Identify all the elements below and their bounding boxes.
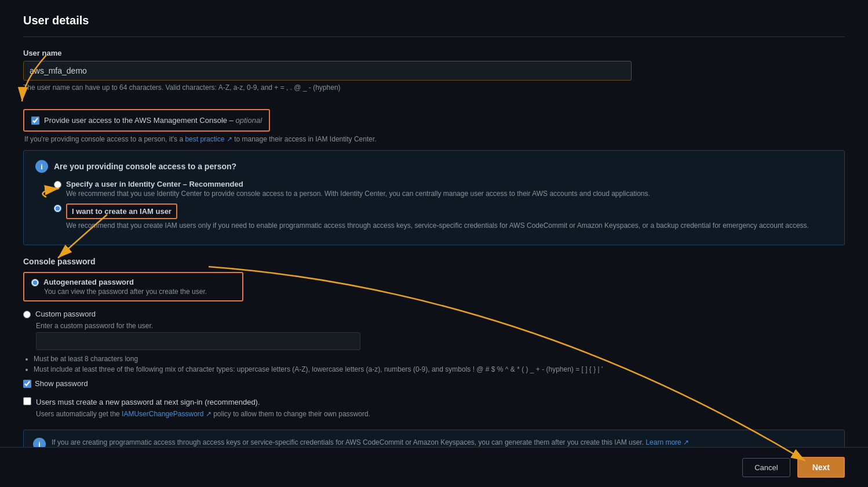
- iam-change-password-link[interactable]: IAMUserChangePassword ↗: [122, 410, 213, 418]
- learn-more-link[interactable]: Learn more ↗: [645, 438, 689, 446]
- iam-user-highlight-box: I want to create an IAM user: [66, 203, 177, 219]
- console-access-description: If you're providing console access to a …: [24, 135, 845, 143]
- password-requirements: Must be at least 8 characters long Must …: [34, 355, 845, 373]
- username-section: User name The user name can have up to 6…: [23, 49, 845, 92]
- next-button[interactable]: Next: [797, 457, 845, 478]
- password-req-2: Must include at least three of the follo…: [34, 365, 845, 373]
- best-practice-link[interactable]: best practice ↗: [185, 135, 234, 143]
- console-access-checkbox-wrapper: Provide user access to the AWS Managemen…: [23, 109, 270, 132]
- username-hint: The user name can have up to 64 characte…: [23, 83, 845, 92]
- autogen-password-box: Autogenerated password You can view the …: [23, 272, 243, 301]
- info-circle-icon: i: [35, 160, 48, 173]
- password-req-1: Must be at least 8 characters long: [34, 355, 845, 363]
- custom-password-option: Custom password Enter a custom password …: [23, 310, 845, 350]
- cancel-button[interactable]: Cancel: [742, 458, 790, 477]
- custom-password-input[interactable]: [36, 332, 360, 350]
- console-access-section: Provide user access to the AWS Managemen…: [23, 100, 845, 143]
- identity-center-label: Specify a user in Identity Center – Reco…: [66, 180, 243, 188]
- new-password-hint: Users automatically get the IAMUserChang…: [36, 410, 845, 418]
- custom-password-hint: Enter a custom password for the user.: [36, 322, 845, 330]
- custom-radio-row: Custom password: [23, 310, 845, 318]
- new-password-checkbox[interactable]: [23, 397, 31, 405]
- footer-bar: Cancel Next: [0, 447, 868, 487]
- autogen-password-radio[interactable]: [31, 279, 39, 286]
- custom-password-radio[interactable]: [23, 311, 31, 318]
- username-label: User name: [23, 49, 845, 57]
- console-password-section: Console password Autogenerated password …: [23, 257, 845, 388]
- show-password-checkbox[interactable]: [23, 380, 31, 388]
- autogen-label: Autogenerated password: [43, 278, 134, 286]
- custom-password-label: Custom password: [35, 310, 96, 318]
- username-input[interactable]: [23, 61, 632, 81]
- page-title: User details: [23, 14, 845, 37]
- show-password-label: Show password: [35, 379, 88, 388]
- bottom-notice-text: If you are creating programmatic access …: [52, 437, 689, 448]
- new-password-section: Users must create a new password at next…: [23, 397, 845, 418]
- iam-user-option: I want to create an IAM user We recommen…: [54, 203, 833, 230]
- console-person-box: i Are you providing console access to a …: [23, 150, 845, 245]
- show-password-row: Show password: [23, 379, 845, 388]
- autogen-radio-row: Autogenerated password: [31, 278, 235, 286]
- console-password-title: Console password: [23, 257, 845, 266]
- console-access-label: Provide user access to the AWS Managemen…: [44, 116, 262, 125]
- autogen-hint: You can view the password after you crea…: [44, 288, 235, 296]
- console-person-header: i Are you providing console access to a …: [35, 160, 833, 173]
- iam-user-description: We recommend that you create IAM users o…: [66, 221, 809, 230]
- new-password-row: Users must create a new password at next…: [23, 397, 845, 408]
- console-access-checkbox[interactable]: [31, 117, 39, 125]
- new-password-label: Users must create a new password at next…: [36, 397, 260, 408]
- identity-center-option: Specify a user in Identity Center – Reco…: [54, 180, 833, 198]
- custom-password-input-wrapper: Enter a custom password for the user.: [36, 322, 845, 350]
- identity-center-description: We recommend that you use Identity Cente…: [66, 190, 650, 198]
- identity-center-radio[interactable]: [54, 181, 61, 188]
- iam-user-radio[interactable]: [54, 205, 61, 212]
- iam-user-label: I want to create an IAM user: [72, 207, 172, 216]
